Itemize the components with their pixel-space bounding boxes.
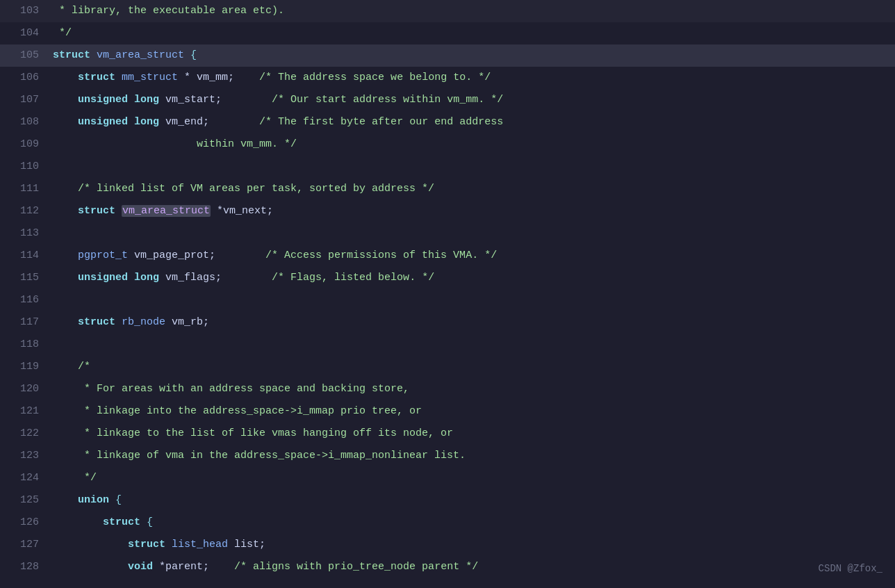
table-row: 123 * linkage of vma in the address_spac… — [0, 445, 895, 467]
table-row: 127 struct list_head list; — [0, 534, 895, 556]
line-content: struct vm_area_struct { — [47, 44, 895, 67]
token — [53, 205, 78, 217]
token: list; — [228, 539, 265, 550]
line-number: 104 — [0, 22, 47, 44]
token: union — [78, 494, 109, 506]
token: /* The first byte after our end address — [259, 116, 503, 128]
token — [115, 72, 122, 83]
token: vm_area_struct — [122, 205, 211, 217]
line-number: 111 — [0, 178, 47, 200]
token: mm_struct — [122, 72, 178, 83]
line-content: within vm_mm. */ — [47, 133, 895, 156]
table-row: 112 struct vm_area_struct *vm_next; — [0, 200, 895, 222]
table-row: 114 pgprot_t vm_page_prot; /* Access per… — [0, 245, 895, 267]
token: * vm_mm; — [178, 72, 259, 83]
token — [53, 72, 78, 83]
line-content: struct vm_area_struct *vm_next; — [47, 200, 895, 222]
table-row: 105struct vm_area_struct { — [0, 44, 895, 67]
line-content: /* — [47, 356, 895, 378]
line-number: 115 — [0, 267, 47, 289]
token: unsigned — [78, 116, 128, 128]
line-content: struct rb_node vm_rb; — [47, 311, 895, 334]
token — [165, 539, 172, 550]
line-number: 125 — [0, 489, 47, 512]
token: struct — [128, 539, 165, 550]
token: vm_start; — [159, 94, 272, 106]
token: unsigned — [78, 94, 128, 106]
table-row: 111 /* linked list of VM areas per task,… — [0, 178, 895, 200]
token — [128, 272, 134, 284]
line-number: 106 — [0, 67, 47, 89]
line-number: 107 — [0, 89, 47, 111]
token: * linkage of vma in the address_space->i… — [53, 450, 466, 462]
token: struct — [103, 516, 140, 528]
token: /* The address space we belong to. */ — [259, 72, 491, 83]
token: long — [134, 94, 159, 106]
token: /* Our start address within vm_mm. */ — [272, 94, 503, 106]
token: * linkage into the address_space->i_mmap… — [53, 405, 422, 417]
token: /* Access permissions of this VMA. */ — [265, 250, 497, 261]
line-content: /* linked list of VM areas per task, sor… — [47, 178, 895, 200]
line-number: 114 — [0, 245, 47, 267]
line-content: */ — [47, 467, 895, 489]
token: /* linked list of VM areas per task, sor… — [78, 183, 434, 195]
table-row: 126 struct { — [0, 512, 895, 534]
table-row: 106 struct mm_struct * vm_mm; /* The add… — [0, 67, 895, 89]
line-number: 116 — [0, 289, 47, 311]
line-content: */ — [47, 22, 895, 44]
token: long — [134, 272, 159, 284]
line-number: 127 — [0, 534, 47, 556]
table-row: 118 — [0, 334, 895, 356]
token — [115, 316, 122, 328]
table-row: 104 */ — [0, 22, 895, 44]
token: vm_area_struct — [97, 49, 184, 61]
token — [53, 516, 103, 528]
table-row: 122 * linkage to the list of like vmas h… — [0, 423, 895, 445]
line-content: * linkage to the list of like vmas hangi… — [47, 423, 895, 445]
token: * For areas with an address space and ba… — [53, 383, 409, 395]
token — [53, 539, 128, 550]
line-number: 121 — [0, 400, 47, 423]
line-content: unsigned long vm_start; /* Our start add… — [47, 89, 895, 111]
token — [90, 49, 97, 61]
token: vm_page_prot; — [128, 250, 265, 261]
table-row: 103 * library, the executable area etc). — [0, 0, 895, 22]
line-number: 122 — [0, 423, 47, 445]
line-content: pgprot_t vm_page_prot; /* Access permiss… — [47, 245, 895, 267]
table-row: 125 union { — [0, 489, 895, 512]
line-number: 110 — [0, 156, 47, 178]
token: { — [109, 494, 122, 506]
table-row: 113 — [0, 222, 895, 245]
table-row: 120 * For areas with an address space an… — [0, 378, 895, 400]
line-content: unsigned long vm_end; /* The first byte … — [47, 111, 895, 133]
table-row: 115 unsigned long vm_flags; /* Flags, li… — [0, 267, 895, 289]
token: list_head — [172, 539, 228, 550]
token: { — [184, 49, 197, 61]
token — [53, 183, 78, 195]
token: within vm_mm. */ — [53, 138, 297, 150]
table-row: 110 — [0, 156, 895, 178]
token: vm_end; — [159, 116, 259, 128]
token — [115, 205, 122, 217]
line-number: 103 — [0, 0, 47, 22]
line-number: 123 — [0, 445, 47, 467]
token: *parent; — [153, 561, 234, 573]
token: */ — [53, 472, 97, 484]
token: vm_rb; — [165, 316, 209, 328]
line-content: struct list_head list; — [47, 534, 895, 556]
token: *vm_next; — [211, 205, 273, 217]
token: void — [128, 561, 153, 573]
line-content: unsigned long vm_flags; /* Flags, listed… — [47, 267, 895, 289]
token: * library, the executable area etc). — [53, 5, 284, 17]
table-row: 128 void *parent; /* aligns with prio_tr… — [0, 556, 895, 578]
token — [53, 316, 78, 328]
token — [53, 494, 78, 506]
line-content: union { — [47, 489, 895, 512]
line-number: 112 — [0, 200, 47, 222]
line-number: 118 — [0, 334, 47, 356]
line-number: 108 — [0, 111, 47, 133]
line-content: * library, the executable area etc). — [47, 0, 895, 22]
token: unsigned — [78, 272, 128, 284]
token — [128, 116, 134, 128]
table-row: 121 * linkage into the address_space->i_… — [0, 400, 895, 423]
